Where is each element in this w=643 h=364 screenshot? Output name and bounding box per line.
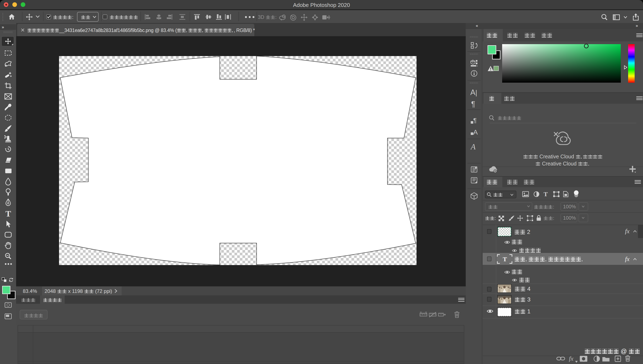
- svg-text:¶: ¶: [473, 117, 477, 124]
- svg-text:A: A: [473, 128, 478, 136]
- svg-text:T: T: [503, 256, 507, 262]
